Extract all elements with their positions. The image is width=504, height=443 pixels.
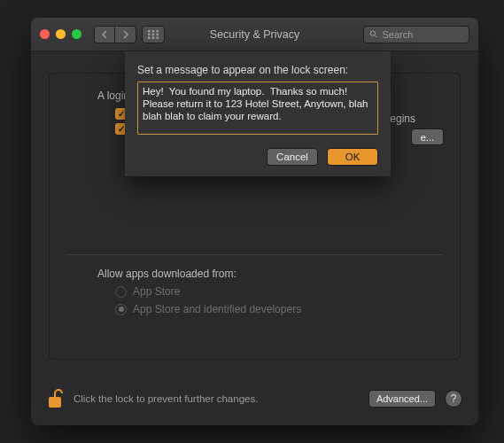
unlock-icon <box>47 387 65 410</box>
forward-button[interactable] <box>115 26 136 43</box>
sheet-buttons: Cancel OK <box>137 148 378 166</box>
advanced-button[interactable]: Advanced... <box>368 390 436 408</box>
close-window-button[interactable] <box>40 29 50 39</box>
svg-rect-6 <box>148 36 151 39</box>
back-button[interactable] <box>94 26 115 43</box>
ok-button[interactable]: OK <box>327 148 378 166</box>
radio-app-store-row: App Store <box>115 285 444 298</box>
svg-line-10 <box>375 35 376 37</box>
titlebar: Security & Privacy <box>31 18 478 51</box>
preferences-window: Security & Privacy A login passw ✓ Requi… <box>31 18 478 425</box>
svg-rect-11 <box>49 397 61 408</box>
help-button[interactable]: ? <box>445 390 462 408</box>
radio-unselected-icon <box>115 286 127 298</box>
window-controls <box>40 29 81 39</box>
chevron-left-icon <box>101 30 108 39</box>
svg-rect-0 <box>148 30 151 33</box>
search-field-wrap[interactable] <box>363 26 469 43</box>
chevron-right-icon <box>122 30 129 39</box>
lock-message-sheet: Set a message to appear on the lock scre… <box>125 51 391 176</box>
svg-rect-3 <box>148 33 151 35</box>
radio-identified-row: App Store and identified developers <box>115 303 444 315</box>
sheet-label: Set a message to appear on the lock scre… <box>137 64 378 76</box>
radio-identified-label: App Store and identified developers <box>133 303 301 315</box>
lock-help-text: Click the lock to prevent further change… <box>74 393 258 404</box>
svg-rect-2 <box>156 30 159 33</box>
lock-button[interactable] <box>47 387 65 410</box>
svg-point-9 <box>370 31 375 35</box>
cancel-button[interactable]: Cancel <box>267 148 318 166</box>
footer: Click the lock to prevent further change… <box>31 372 478 425</box>
search-icon <box>369 29 378 39</box>
svg-rect-1 <box>152 30 155 33</box>
zoom-window-button[interactable] <box>72 29 81 39</box>
radio-app-store-label: App Store <box>133 285 180 298</box>
search-input[interactable] <box>383 29 464 40</box>
svg-rect-8 <box>156 36 159 39</box>
svg-rect-5 <box>156 33 159 35</box>
nav-segment <box>94 26 136 43</box>
svg-rect-7 <box>152 36 155 39</box>
svg-rect-4 <box>152 33 155 35</box>
divider <box>66 254 444 255</box>
lock-message-textarea[interactable] <box>137 82 378 135</box>
allow-apps-label: Allow apps downloaded from: <box>97 268 444 280</box>
set-lock-message-button[interactable]: e... <box>411 128 444 145</box>
grid-icon <box>148 30 159 39</box>
radio-selected-icon <box>115 304 127 315</box>
minimize-window-button[interactable] <box>56 29 66 39</box>
show-all-button[interactable] <box>142 26 165 43</box>
